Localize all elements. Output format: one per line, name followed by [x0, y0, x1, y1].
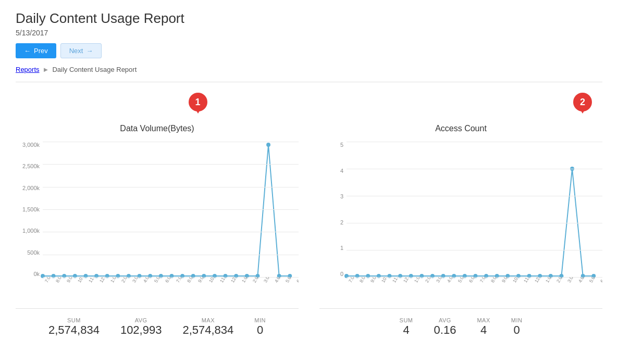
chart2-x9: 4:00 AM	[446, 278, 453, 284]
chart1-y0: 0k	[33, 271, 40, 277]
chart1-title: Data Volume(Bytes)	[16, 124, 299, 133]
chart1-y2: 1,000k	[22, 228, 40, 234]
chart2-x20: 3:00 PM	[566, 278, 573, 284]
chart2-y1: 1	[340, 245, 343, 251]
chart2-sum: SUM 4	[400, 317, 413, 337]
chart1-avg: AVG 102,993	[120, 317, 162, 337]
chart2-x10: 5:00 AM	[457, 278, 464, 284]
chart2-avg-label: AVG	[434, 317, 456, 323]
chart1-min: MIN 0	[254, 317, 266, 337]
chart2-avg: AVG 0.16	[434, 317, 456, 337]
next-label: Next	[69, 47, 83, 55]
chart2-x7: 2:00 AM	[424, 278, 431, 284]
chart2-stats: SUM 4 AVG 0.16 MAX 4 MIN 0	[319, 308, 602, 337]
chart2-y4: 4	[340, 168, 343, 174]
chart2-x11: 6:00 AM	[468, 278, 475, 284]
chart1-x0: 7:00 PM	[44, 278, 51, 284]
prev-button[interactable]: ← Prev	[16, 43, 56, 58]
chart2-x0: 7:00 PM	[348, 278, 354, 284]
chart2-sum-label: SUM	[400, 317, 413, 323]
chart1-x5: 12:00 AM	[98, 278, 105, 284]
chart2-x18: 1:00 PM	[545, 278, 551, 284]
chart1-y5: 2,500k	[22, 163, 40, 169]
chart1-x20: 3:00 PM	[263, 278, 269, 284]
chart2-x3: 10:00 PM	[380, 278, 387, 284]
breadcrumb-parent[interactable]: Reports	[16, 66, 40, 73]
chart2-x8: 3:00 AM	[435, 278, 442, 284]
chart1-y4: 2,000k	[22, 185, 40, 191]
chart1-x13: 8:00 AM	[186, 278, 193, 284]
charts-container: 1 Data Volume(Bytes) 3,000k 2,500k 2,000…	[16, 93, 602, 337]
chart1-x8: 3:00 AM	[131, 278, 138, 284]
chart1-x15: 10:00 AM	[208, 278, 215, 284]
chart1-min-value: 0	[254, 323, 266, 337]
chart2-title: Access Count	[319, 124, 602, 133]
chart1-y1: 500k	[27, 249, 40, 256]
chart1-x4: 11:00 PM	[88, 278, 94, 284]
chart1-x9: 4:00 AM	[142, 278, 149, 284]
breadcrumb-current: Daily Content Usage Report	[52, 66, 137, 73]
chart2-x23: 6:00 PM	[599, 278, 602, 284]
chart1-x16: 11:00 AM	[219, 278, 226, 284]
chart1-x12: 7:00 AM	[175, 278, 182, 284]
chart2-x22: 5:00 PM	[588, 278, 595, 284]
chart1-x19: 2:00 PM	[252, 278, 258, 284]
chart1-inner	[43, 142, 299, 277]
chart1-x17: 12:00 PM	[230, 278, 237, 284]
chart2-x4: 11:00 PM	[391, 278, 398, 284]
chart2-avg-value: 0.16	[434, 323, 456, 337]
chart1-tooltip-bubble: 1	[189, 93, 207, 111]
chart1-area: 3,000k 2,500k 2,000k 1,500k 1,000k 500k …	[16, 142, 299, 298]
nav-buttons: ← Prev Next →	[16, 43, 602, 58]
chart2-sum-value: 4	[400, 323, 413, 337]
chart2-max-label: MAX	[477, 317, 490, 323]
chart2-x15: 10:00 AM	[512, 278, 518, 284]
breadcrumb-separator: ►	[43, 66, 50, 73]
chart1-x11: 6:00 AM	[164, 278, 171, 284]
chart1-sum-label: SUM	[48, 317, 100, 323]
chart1-max-label: MAX	[182, 317, 233, 323]
next-button[interactable]: Next →	[60, 43, 102, 58]
chart1-x3: 10:00 PM	[77, 278, 83, 284]
chart1-stats: SUM 2,574,834 AVG 102,993 MAX 2,574,834 …	[16, 308, 299, 337]
chart2-y2: 2	[340, 219, 343, 225]
chart2-y3: 3	[340, 193, 343, 199]
chart1-x2: 9:00 PM	[66, 278, 72, 284]
chart1-x21: 4:00 PM	[274, 278, 280, 284]
chart1-x23: 6:00 PM	[295, 278, 299, 284]
chart2-min-value: 0	[511, 323, 523, 337]
chart2-x14: 9:00 AM	[501, 278, 508, 284]
breadcrumb: Reports ► Daily Content Usage Report	[16, 66, 602, 73]
chart2-x1: 8:00 PM	[359, 278, 365, 284]
chart1-x7: 2:00 AM	[120, 278, 127, 284]
chart-access-count: 2 Access Count 5 4 3 2 1 0	[319, 93, 602, 337]
svg-point-21	[266, 143, 270, 147]
chart1-max: MAX 2,574,834	[182, 317, 233, 337]
chart1-x22: 5:00 PM	[285, 278, 291, 284]
chart2-x13: 8:00 AM	[490, 278, 497, 284]
chart1-x18: 1:00 PM	[241, 278, 248, 284]
chart1-x6: 1:00 AM	[109, 278, 116, 284]
chart1-sum-value: 2,574,834	[48, 323, 100, 337]
chart1-x1: 8:00 PM	[55, 278, 61, 284]
chart1-y-axis: 3,000k 2,500k 2,000k 1,500k 1,000k 500k …	[16, 142, 43, 277]
arrow-left-icon: ←	[24, 47, 31, 55]
chart2-x21: 4:00 PM	[577, 278, 584, 284]
chart2-x16: 11:00 AM	[523, 278, 529, 284]
chart2-y5: 5	[340, 142, 343, 148]
page-title: Daily Content Usage Report	[16, 10, 602, 27]
chart2-y-axis: 5 4 3 2 1 0	[319, 142, 347, 277]
chart1-sum: SUM 2,574,834	[48, 317, 100, 337]
prev-label: Prev	[34, 47, 48, 55]
chart1-x-axis: 7:00 PM 8:00 PM 9:00 PM 10:00 PM 11:00 P…	[43, 277, 299, 298]
chart2-x5: 12:00 AM	[402, 278, 409, 284]
chart2-x6: 1:00 AM	[413, 278, 420, 284]
chart2-x-axis: 7:00 PM 8:00 PM 9:00 PM 10:00 PM 11:00 P…	[347, 277, 602, 298]
chart2-tooltip-bubble: 2	[573, 93, 592, 111]
chart2-min: MIN 0	[511, 317, 523, 337]
chart2-max-value: 4	[477, 323, 490, 337]
report-date: 5/13/2017	[16, 29, 602, 37]
chart2-area: 5 4 3 2 1 0	[319, 142, 602, 298]
chart1-x10: 5:00 AM	[153, 278, 160, 284]
chart1-y3: 1,500k	[22, 206, 40, 212]
